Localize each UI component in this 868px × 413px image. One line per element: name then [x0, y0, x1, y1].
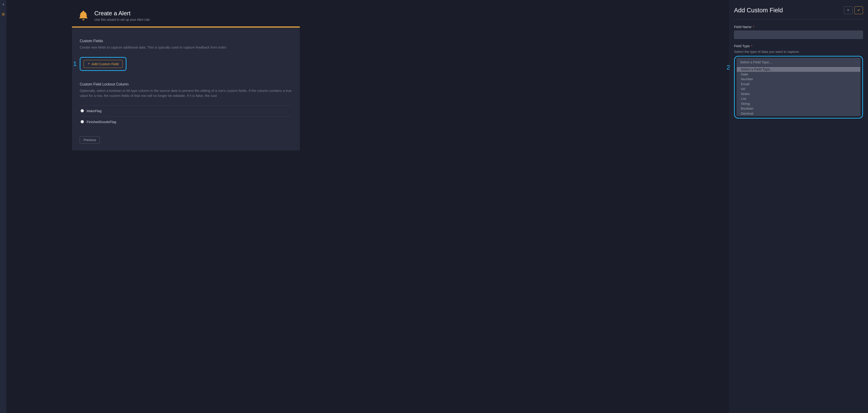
callout-number-2: 2	[726, 64, 730, 71]
lockout-option-makeflag[interactable]: MakeFlag	[80, 106, 292, 116]
field-type-option[interactable]: List	[737, 96, 860, 101]
wizard-card: Custom Fields Create new fields to captu…	[72, 26, 300, 150]
radio-label: MakeFlag	[87, 109, 102, 113]
field-type-select[interactable]: Select a Field Type...	[737, 58, 861, 66]
field-type-hint: Select the type of data you want to capt…	[734, 50, 863, 54]
radio-icon	[81, 109, 84, 112]
required-marker: *	[751, 44, 752, 48]
add-custom-field-label: Add Custom Field	[92, 62, 119, 66]
field-type-option[interactable]: String	[737, 101, 860, 106]
field-type-option[interactable]: Select a Field Type...	[737, 67, 860, 72]
close-icon	[847, 8, 849, 12]
add-custom-field-drawer: Add Custom Field Field Name * Field Type…	[729, 0, 868, 413]
field-type-selected-value: Select a Field Type...	[740, 60, 772, 64]
section-desc-custom-fields: Create new fields to capture additional …	[80, 45, 292, 50]
required-marker: *	[753, 25, 754, 29]
field-type-option[interactable]: Boolean	[737, 106, 860, 111]
page-subtitle: Use this wizard to set up your Alert rul…	[94, 18, 151, 22]
page-title: Create a Alert	[94, 10, 151, 17]
custom-fields-section: Custom Fields Create new fields to captu…	[80, 39, 292, 78]
drawer-close-button[interactable]	[844, 6, 852, 14]
section-title-lockout: Custom Field Lockout Column	[80, 82, 292, 86]
drawer-confirm-button[interactable]	[854, 6, 863, 14]
chevron-down-icon	[855, 61, 857, 64]
drawer-title: Add Custom Field	[734, 7, 783, 14]
plus-icon	[88, 62, 90, 66]
lockout-option-finishedgoodsflag[interactable]: FinishedGoodsFlag	[80, 116, 292, 127]
field-type-label: Field Type *	[734, 44, 863, 48]
lockout-section: Custom Field Lockout Column Optionally, …	[80, 82, 292, 144]
callout-frame-1: 1 Add Custom Field	[80, 57, 126, 71]
radio-label: FinishedGoodsFlag	[87, 120, 116, 124]
field-name-input[interactable]	[734, 31, 863, 39]
expand-icon[interactable]	[2, 3, 5, 6]
callout-frame-2: 2 Select a Field Type... Select a Field …	[734, 56, 863, 119]
previous-button[interactable]: Previous	[80, 136, 100, 144]
callout-number-1: 1	[73, 60, 77, 67]
section-desc-lockout: Optionally, select a boolean or bit type…	[80, 88, 292, 98]
section-title-custom-fields: Custom Fields	[80, 39, 292, 43]
left-rail	[0, 0, 6, 413]
field-type-option[interactable]: Date	[737, 72, 860, 77]
field-type-option[interactable]: Notes	[737, 91, 860, 96]
field-type-dropdown: Select a Field Type... Date Number Email…	[737, 67, 861, 116]
field-type-option[interactable]: Url	[737, 86, 860, 91]
add-circle-icon[interactable]	[2, 13, 5, 17]
field-type-option[interactable]: Number	[737, 77, 860, 82]
field-type-option[interactable]: Email	[737, 82, 860, 87]
lockout-options: MakeFlag FinishedGoodsFlag	[80, 105, 292, 127]
check-icon	[857, 8, 860, 12]
radio-icon	[81, 120, 84, 123]
field-type-option[interactable]: Decimal	[737, 111, 860, 116]
field-name-label: Field Name *	[734, 25, 863, 29]
bell-icon	[77, 9, 90, 22]
add-custom-field-button[interactable]: Add Custom Field	[84, 60, 123, 68]
